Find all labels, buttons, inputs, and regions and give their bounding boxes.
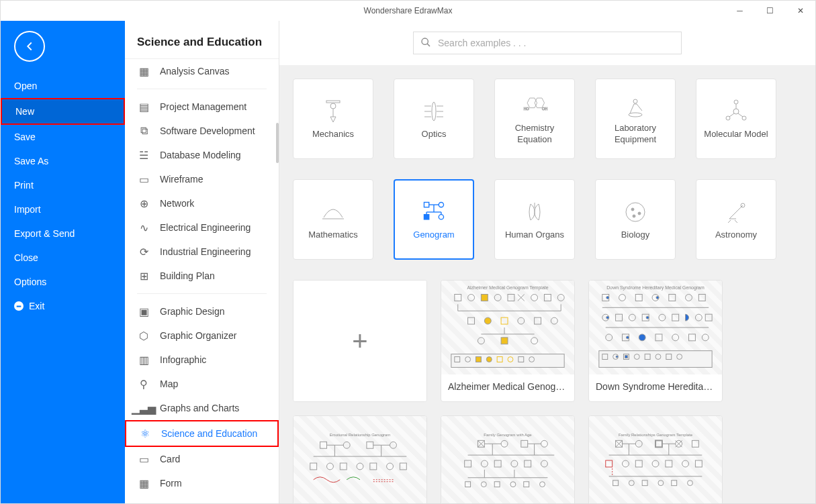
template-mathematics[interactable]: Mathematics <box>293 179 373 260</box>
template-astronomy[interactable]: Astronomy <box>696 179 776 260</box>
svg-rect-26 <box>424 202 428 207</box>
example-blank[interactable]: + <box>293 280 427 402</box>
blank-thumb: + <box>293 281 426 401</box>
svg-rect-73 <box>475 357 481 362</box>
category-graphic-organizer[interactable]: ⬡Graphic Organizer <box>125 323 279 348</box>
categories-header: Science and Education <box>125 21 279 59</box>
category-network[interactable]: ⊕Network <box>125 191 279 215</box>
svg-rect-164 <box>524 482 529 487</box>
svg-rect-50 <box>508 295 514 301</box>
sidebar-item-print[interactable]: Print <box>1 173 125 197</box>
category-graphs-and-charts[interactable]: ▁▃▅Graphs and Charts <box>125 396 279 420</box>
category-building-plan[interactable]: ⊞Building Plan <box>125 264 279 288</box>
sidebar-item-save[interactable]: Save <box>1 125 125 149</box>
svg-point-124 <box>390 442 397 448</box>
category-map[interactable]: ⚲Map <box>125 372 279 396</box>
database-icon: ☱ <box>137 148 150 162</box>
genogram-icon <box>420 199 447 225</box>
template-mechanics[interactable]: Mechanics <box>293 79 373 159</box>
svg-point-0 <box>422 38 428 44</box>
lab-icon <box>622 92 649 119</box>
sidebar-item-import[interactable]: Import <box>1 197 125 221</box>
example-alzheimer[interactable]: Alzheimer Medical Genogram Template Alzh <box>441 280 575 402</box>
window-title: Wondershare EdrawMax <box>364 6 453 15</box>
biology-icon <box>622 199 649 225</box>
svg-text:Alzheimer Medical Genogram Tem: Alzheimer Medical Genogram Template <box>467 285 548 291</box>
sidebar-item-export-send[interactable]: Export & Send <box>1 221 125 246</box>
svg-point-67 <box>478 338 484 344</box>
category-science-and-education[interactable]: ⚛Science and Education <box>125 420 279 447</box>
svg-point-32 <box>439 214 443 219</box>
template-human-organs[interactable]: Human Organs <box>494 179 575 260</box>
sidebar-item-save-as[interactable]: Save As <box>1 149 125 173</box>
svg-point-39 <box>633 215 635 217</box>
category-wireframe[interactable]: ▭Wireframe <box>125 167 279 191</box>
category-project-management[interactable]: ▤Project Management <box>125 95 279 119</box>
svg-point-133 <box>357 463 363 470</box>
svg-text:Family Genogram with Age: Family Genogram with Age <box>484 433 532 437</box>
svg-rect-130 <box>310 463 317 470</box>
family-rel-thumb: Family Relationships Genogram Template <box>589 416 722 503</box>
svg-point-95 <box>646 316 649 319</box>
svg-rect-54 <box>544 295 551 301</box>
charts-icon: ▁▃▅ <box>137 401 150 415</box>
svg-rect-121 <box>320 442 327 448</box>
svg-line-42 <box>728 220 731 223</box>
category-software-development[interactable]: ⧉Software Development <box>125 119 279 143</box>
search-input[interactable] <box>438 38 674 48</box>
svg-point-3 <box>330 103 336 109</box>
svg-line-24 <box>738 113 743 117</box>
category-graphic-design[interactable]: ▣Graphic Design <box>125 299 279 323</box>
sidebar-item-new[interactable]: New <box>1 98 125 125</box>
svg-rect-86 <box>669 295 676 301</box>
svg-text:OH: OH <box>542 107 547 111</box>
scrollbar-thumb[interactable] <box>276 123 279 163</box>
svg-line-1 <box>427 44 430 46</box>
sidebar-item-open[interactable]: Open <box>1 74 125 98</box>
svg-text:Down Syndrome Hereditary Medic: Down Syndrome Hereditary Medical Genogra… <box>606 285 705 291</box>
example-title: Alzheimer Medical Genogram <box>441 374 574 399</box>
category-database-modeling[interactable]: ☱Database Modeling <box>125 143 279 167</box>
minimize-button[interactable]: ─ <box>725 1 755 21</box>
sidebar-item-options[interactable]: Options <box>1 270 125 294</box>
svg-point-91 <box>606 316 609 319</box>
example-down-syndrome[interactable]: Down Syndrome Hereditary Medical Genogra… <box>588 280 723 402</box>
back-button[interactable] <box>14 31 45 62</box>
titlebar: Wondershare EdrawMax ─ ☐ ✕ <box>1 1 815 21</box>
template-genogram[interactable]: Genogram <box>394 179 474 260</box>
example-emotional-relationship[interactable]: Emotional Relationship Genogram <box>293 415 427 503</box>
example-grid: + Alzheimer Medical Genogram Template <box>293 280 802 503</box>
template-laboratory-equipment[interactable]: Laboratory Equipment <box>595 79 676 159</box>
svg-point-37 <box>631 208 634 211</box>
optics-icon <box>420 98 447 125</box>
svg-point-135 <box>387 463 394 470</box>
category-analysis-canvas[interactable]: ▦Analysis Canvas <box>125 59 279 83</box>
sidebar-item-exit[interactable]: ━ Exit <box>1 294 125 318</box>
card-icon: ▭ <box>137 452 150 466</box>
svg-rect-105 <box>655 334 662 341</box>
template-optics[interactable]: Optics <box>394 79 474 159</box>
category-form[interactable]: ▦Form <box>125 471 279 495</box>
svg-point-18 <box>733 109 739 114</box>
category-infographic[interactable]: ▥Infographic <box>125 348 279 372</box>
example-family-age[interactable]: Family Genogram with Age <box>441 415 575 503</box>
template-biology[interactable]: Biology <box>595 179 676 260</box>
category-electrical-engineering[interactable]: ∿Electrical Engineering <box>125 215 279 240</box>
example-family-relationships[interactable]: Family Relationships Genogram Template <box>588 415 723 503</box>
category-industrial-engineering[interactable]: ⟳Industrial Engineering <box>125 240 279 264</box>
svg-rect-92 <box>616 314 623 321</box>
template-molecular-model[interactable]: Molecular Model <box>696 79 776 159</box>
svg-point-81 <box>606 296 609 299</box>
infographic-icon: ▥ <box>137 353 150 366</box>
svg-point-85 <box>656 296 659 299</box>
sidebar-item-close[interactable]: Close <box>1 246 125 270</box>
svg-point-182 <box>623 460 629 467</box>
maximize-button[interactable]: ☐ <box>755 1 785 21</box>
template-chemistry-equation[interactable]: HOOH Chemistry Equation <box>494 79 575 159</box>
svg-text:HO: HO <box>524 107 529 111</box>
search-box[interactable] <box>413 32 682 54</box>
electrical-icon: ∿ <box>137 221 150 234</box>
close-button[interactable]: ✕ <box>785 1 815 21</box>
category-card[interactable]: ▭Card <box>125 447 279 471</box>
svg-point-154 <box>511 460 518 467</box>
